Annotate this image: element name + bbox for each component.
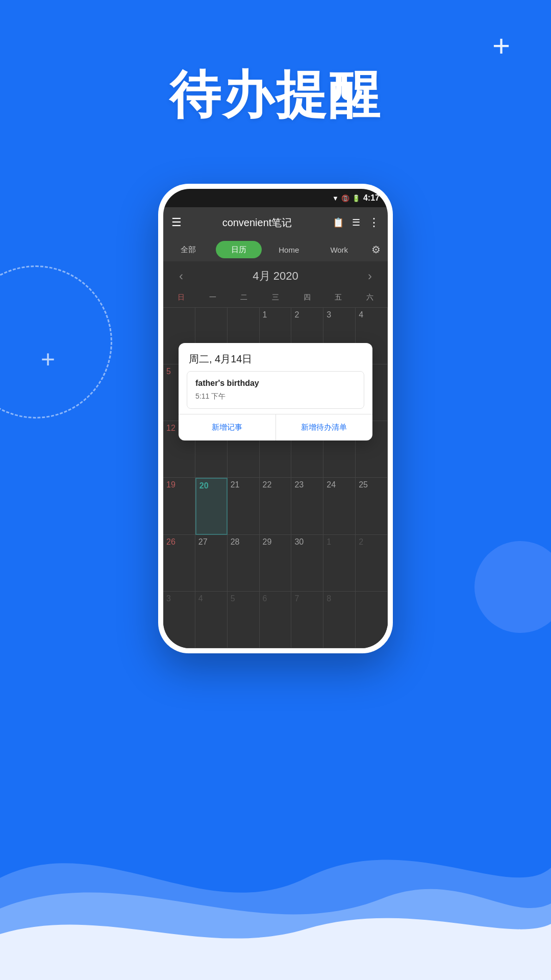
add-todo-button[interactable]: 新增待办清单 [276, 414, 373, 440]
popup-event-title: father's birthday [195, 379, 356, 388]
popup-overlay[interactable]: 周二, 4月14日 father's birthday 5:11 下午 新增记事… [163, 261, 388, 648]
page-title: 待办提醒 [0, 61, 551, 130]
decoration-plus-topright: + [492, 31, 510, 61]
phone-screen: ▼ 📵 🔋 4:17 ☰ convenient笔记 📋 ☰ ⋮ 全部 [163, 189, 388, 648]
tab-home[interactable]: Home [266, 241, 312, 258]
signal-icon: 📵 [341, 194, 349, 202]
more-options-icon[interactable]: ⋮ [368, 216, 380, 229]
phone-mockup: ▼ 📵 🔋 4:17 ☰ convenient笔记 📋 ☰ ⋮ 全部 [158, 184, 393, 653]
status-icons: ▼ 📵 🔋 [332, 194, 360, 202]
popup-actions: 新增记事 新增待办清单 [179, 414, 372, 440]
wifi-icon: ▼ [332, 194, 339, 202]
app-bar: ☰ convenient笔记 📋 ☰ ⋮ [163, 207, 388, 238]
add-note-icon[interactable]: 📋 [333, 217, 344, 228]
decoration-crosshair: + [41, 347, 55, 372]
popup-date: 周二, 4月14日 [179, 343, 372, 371]
wave-decoration [0, 776, 551, 980]
decoration-circle-dashed [0, 265, 112, 419]
decoration-circle-solid [474, 541, 551, 633]
phone-frame: ▼ 📵 🔋 4:17 ☰ convenient笔记 📋 ☰ ⋮ 全部 [158, 184, 393, 653]
tab-settings[interactable]: ⚙ [364, 238, 388, 261]
tab-all[interactable]: 全部 [165, 241, 212, 258]
status-bar: ▼ 📵 🔋 4:17 [163, 189, 388, 207]
tab-bar: 全部 日历 Home Work ⚙ [163, 238, 388, 261]
settings-icon: ⚙ [371, 243, 381, 256]
tab-work[interactable]: Work [316, 241, 363, 258]
menu-icon[interactable]: ☰ [171, 216, 182, 229]
status-time: 4:17 [363, 193, 380, 203]
list-view-icon[interactable]: ☰ [352, 217, 360, 228]
tab-calendar[interactable]: 日历 [216, 241, 262, 258]
calendar-container: ‹ 4月 2020 › 日 一 二 三 四 五 六 [163, 261, 388, 648]
add-note-button[interactable]: 新增记事 [179, 414, 276, 440]
battery-icon: 🔋 [352, 194, 360, 202]
popup-event-time: 5:11 下午 [195, 392, 356, 401]
app-title: convenient笔记 [190, 216, 324, 230]
popup-card: 周二, 4月14日 father's birthday 5:11 下午 新增记事… [179, 343, 372, 440]
popup-event[interactable]: father's birthday 5:11 下午 [187, 371, 364, 409]
